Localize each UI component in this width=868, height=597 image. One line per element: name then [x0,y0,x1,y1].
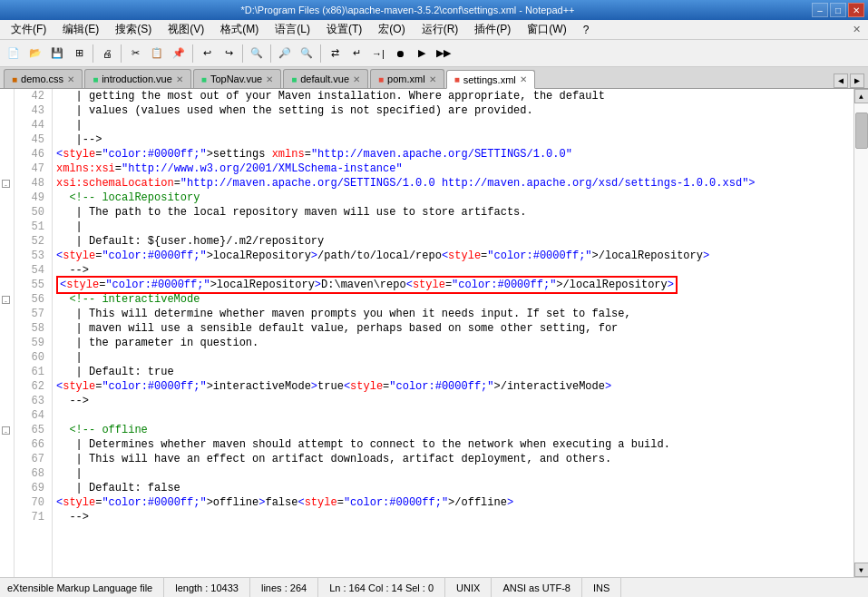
tab-topnav-vue-icon: ■ [201,74,207,84]
tab-pom-xml-close[interactable]: ✕ [429,74,436,84]
line-number: 57 [18,307,44,321]
line-number: 51 [18,220,44,234]
fold-box[interactable]: - [2,426,10,435]
menu-run[interactable]: 运行(R) [414,20,466,39]
fold-marker[interactable]: - [0,423,14,437]
line-number: 60 [18,350,44,365]
tab-topnav-vue[interactable]: ■ TopNav.vue ✕ [193,69,281,88]
status-lines: lines : 264 [250,578,318,597]
minimize-button[interactable]: – [812,3,828,17]
code-line: | the parameter in question. [56,336,850,350]
tab-topnav-vue-close[interactable]: ✕ [266,74,273,84]
menu-format[interactable]: 格式(M) [213,20,266,39]
tab-default-vue[interactable]: ■ default.vue ✕ [283,69,368,88]
fold-box[interactable]: - [2,296,10,304]
fold-marker [0,220,14,234]
fold-marker [0,132,14,147]
fold-marker [0,191,14,205]
toolbar-undo[interactable]: ↩ [197,44,217,64]
tab-settings-xml-label: settings.xml [463,74,516,85]
menu-window[interactable]: 窗口(W) [520,20,573,39]
line-number: 44 [18,118,44,132]
tab-pom-xml[interactable]: ■ pom.xml ✕ [370,69,444,88]
tab-settings-xml[interactable]: ■ settings.xml ✕ [446,70,535,89]
menu-file[interactable]: 文件(F) [4,20,54,39]
tab-scroll-right[interactable]: ▶ [850,73,864,88]
line-number: 42 [18,89,44,103]
toolbar-saveall[interactable]: ⊞ [69,44,89,64]
line-number: 58 [18,321,44,336]
tab-demo-css-close[interactable]: ✕ [67,74,74,84]
toolbar-macro-play[interactable]: ▶ [412,44,432,64]
toolbar-copy[interactable]: 📋 [147,44,167,64]
menu-search[interactable]: 搜索(S) [108,20,159,39]
menu-view[interactable]: 视图(V) [161,20,211,39]
fold-marker [0,466,14,481]
code-line: | This will determine whether maven prom… [56,307,850,321]
code-editor[interactable]: | getting the most out of your Maven ins… [53,89,853,577]
menu-language[interactable]: 语言(L) [268,20,317,39]
menu-settings[interactable]: 设置(T) [319,20,369,39]
toolbar-print[interactable]: 🖨 [97,44,117,64]
scroll-down-button[interactable]: ▼ [854,563,869,577]
tab-pom-xml-icon: ■ [378,74,384,84]
code-line: <!-- offline [56,423,850,437]
fold-box[interactable]: - [2,180,10,188]
fold-marker[interactable]: - [0,292,14,307]
line-number: 65 [18,423,44,437]
code-line: --> [56,510,850,524]
fold-marker [0,103,14,118]
toolbar-zoom-in[interactable]: 🔎 [275,44,295,64]
code-line: | getting the most out of your Maven ins… [56,89,850,103]
menu-macro[interactable]: 宏(O) [371,20,412,39]
tab-default-vue-close[interactable]: ✕ [353,74,360,84]
toolbar-cut[interactable]: ✂ [125,44,145,64]
toolbar-save[interactable]: 💾 [47,44,67,64]
toolbar-new[interactable]: 📄 [4,44,24,64]
scroll-track[interactable] [854,103,868,563]
fold-marker [0,510,14,524]
code-line: |--> [56,132,850,147]
scroll-thumb[interactable] [855,113,868,149]
tab-scroll-left[interactable]: ◀ [834,73,848,88]
tab-pom-xml-label: pom.xml [387,73,425,84]
toolbar-redo[interactable]: ↪ [219,44,239,64]
status-position: Ln : 164 Col : 14 Sel : 0 [318,578,445,597]
line-number: 53 [18,249,44,263]
fold-marker [0,89,14,103]
tab-introduction-vue[interactable]: ■ introduction.vue ✕ [84,69,191,88]
toolbar-macro-rec[interactable]: ⏺ [390,44,410,64]
fold-marker [0,307,14,321]
fold-marker[interactable]: - [0,176,14,191]
menu-plugins[interactable]: 插件(P) [467,20,518,39]
code-line: | Default: ${user.home}/.m2/repository [56,234,850,249]
tab-demo-css-label: demo.css [21,73,63,84]
scroll-up-button[interactable]: ▲ [854,89,869,103]
maximize-button[interactable]: □ [830,3,846,17]
fold-marker [0,321,14,336]
line-number: 55 [18,278,44,292]
toolbar-sep6 [320,44,321,63]
code-line: | maven will use a sensible default valu… [56,321,850,336]
status-encoding: ANSI as UTF-8 [492,578,582,597]
line-number: 62 [18,379,44,394]
tab-demo-css[interactable]: ■ demo.css ✕ [4,69,83,88]
tab-introduction-vue-close[interactable]: ✕ [176,74,183,84]
toolbar-sync[interactable]: ⇄ [325,44,345,64]
toolbar-paste[interactable]: 📌 [169,44,189,64]
highlighted-code: <style="color:#0000ff;">localRepository>… [56,276,678,294]
fold-marker [0,452,14,466]
line-number: 68 [18,466,44,481]
close-button[interactable]: ✕ [848,3,864,17]
tab-settings-xml-close[interactable]: ✕ [520,74,527,84]
toolbar-zoom-out[interactable]: 🔍 [297,44,317,64]
menu-edit[interactable]: 编辑(E) [55,20,106,39]
code-line: <style="color:#0000ff;">offline>false<st… [56,495,850,510]
menu-help[interactable]: ? [576,22,597,38]
toolbar-indent[interactable]: →| [368,44,388,64]
toolbar-run[interactable]: ▶▶ [434,44,454,64]
toolbar-wrap[interactable]: ↵ [346,44,366,64]
fold-marker [0,379,14,394]
toolbar-open[interactable]: 📂 [25,44,45,64]
toolbar-find[interactable]: 🔍 [247,44,267,64]
